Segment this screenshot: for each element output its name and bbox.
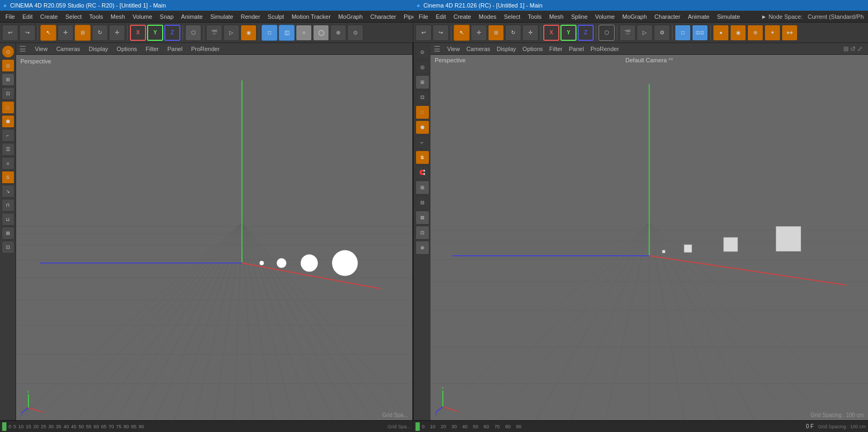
sidebar-btn-3[interactable]: ⊞	[2, 73, 14, 86]
mat1-btn-r[interactable]: ●	[713, 25, 729, 41]
sidebar-btn-14[interactable]: ⊠	[2, 227, 14, 240]
viewport-right[interactable]: ☰ View Cameras Display Options Filter Pa…	[431, 43, 868, 420]
obj2-btn[interactable]: ◫	[279, 25, 295, 41]
menu-render-l[interactable]: Render	[237, 12, 263, 21]
persp-btn-r[interactable]: ⬡	[599, 25, 615, 41]
menu-select-r[interactable]: Select	[501, 12, 524, 21]
sidebar-btn-15[interactable]: ⊡	[2, 241, 14, 254]
sidebar-btn-13[interactable]: ⊔	[2, 213, 14, 226]
sidebar-btn-1[interactable]: ⊙	[2, 45, 14, 58]
vp-options-l[interactable]: Options	[114, 45, 139, 53]
mat5-btn-r[interactable]: ◈◈	[782, 25, 798, 41]
menu-mesh-r[interactable]: Mesh	[546, 12, 567, 21]
vp-view-r[interactable]: View	[445, 45, 462, 53]
rotate-btn[interactable]: ↻	[92, 25, 108, 41]
render-region-btn[interactable]: ▷	[223, 25, 239, 41]
menu-file-r[interactable]: File	[415, 12, 432, 21]
menu-sculpt-l[interactable]: Sculpt	[265, 12, 288, 21]
sidebar-btn-2[interactable]: ◎	[2, 59, 14, 72]
rs-btn-4[interactable]: ⊡	[415, 90, 429, 104]
viewport-left[interactable]: ☰ View Cameras Display Options Filter Pa…	[16, 43, 413, 420]
viewport-canvas-left[interactable]	[16, 55, 412, 420]
undo-btn-r[interactable]: ↩	[415, 25, 432, 41]
vp-display-l[interactable]: Display	[86, 45, 110, 53]
rs-btn-6[interactable]: ⬟	[415, 120, 429, 134]
sidebar-btn-11[interactable]: ↘	[2, 185, 14, 198]
obj4-btn[interactable]: ◯	[313, 25, 329, 41]
vp-view-l[interactable]: View	[33, 45, 50, 53]
rs-btn-11[interactable]: ⊟	[415, 196, 429, 210]
obj5-btn[interactable]: ⊛	[330, 25, 346, 41]
vp-options-r[interactable]: Options	[520, 45, 545, 53]
sidebar-btn-7[interactable]: ⌐	[2, 129, 14, 142]
menu-character-r[interactable]: Character	[651, 12, 683, 21]
rs-btn-7[interactable]: ⌐	[415, 135, 429, 149]
vp-filter-l[interactable]: Filter	[143, 45, 161, 53]
menu-file-l[interactable]: File	[2, 12, 18, 21]
rotate-btn-r[interactable]: ↻	[505, 25, 521, 41]
rs-btn-8[interactable]: S	[415, 150, 429, 164]
scale-btn-r[interactable]: ⊞	[488, 25, 504, 41]
sidebar-btn-6[interactable]: ⬟	[2, 115, 14, 128]
menu-select-l[interactable]: Select	[62, 12, 85, 21]
menu-volume-r[interactable]: Volume	[592, 12, 618, 21]
menu-edit-l[interactable]: Edit	[19, 12, 36, 21]
vp-display-r[interactable]: Display	[494, 45, 518, 53]
vp-filter-r[interactable]: Filter	[547, 45, 564, 53]
rs-btn-10[interactable]: ⊞	[415, 181, 429, 195]
sidebar-btn-4[interactable]: ⊡	[2, 87, 14, 100]
vp-grid-btn[interactable]: ⊞	[843, 45, 849, 53]
film-btn[interactable]: 🎬	[206, 25, 222, 41]
viewport-menu-icon-r[interactable]: ☰	[434, 45, 441, 53]
view1-btn-r[interactable]: □	[675, 25, 691, 41]
transform-btn[interactable]: ✛	[109, 25, 125, 41]
menu-create-l[interactable]: Create	[37, 12, 61, 21]
rs-btn-5[interactable]: □	[415, 105, 429, 119]
sidebar-btn-12[interactable]: ⊓	[2, 199, 14, 212]
move-btn[interactable]: ✛	[57, 25, 74, 41]
rs-btn-13[interactable]: ⊡	[415, 226, 429, 240]
menu-modes-r[interactable]: Modes	[476, 12, 500, 21]
vp-refresh-btn[interactable]: ↺	[850, 45, 856, 53]
sidebar-btn-8[interactable]: ☰	[2, 143, 14, 156]
rs-btn-magnet[interactable]: 🧲	[415, 165, 429, 179]
rs-btn-14[interactable]: ⊗	[415, 241, 429, 255]
undo-btn[interactable]: ↩	[2, 25, 18, 41]
menu-character-l[interactable]: Character	[367, 12, 399, 21]
render-btn[interactable]: ◉	[240, 25, 257, 41]
menu-mograph-l[interactable]: MoGraph	[335, 12, 366, 21]
axis-y-btn-r[interactable]: Y	[560, 25, 577, 41]
menu-volume-l[interactable]: Volume	[129, 12, 156, 21]
vp-cameras-r[interactable]: Cameras	[464, 45, 493, 53]
view2-btn-r[interactable]: ◫◫	[692, 25, 708, 41]
rs-btn-12[interactable]: ⊠	[415, 211, 429, 225]
menu-spline-r[interactable]: Spline	[568, 12, 591, 21]
redo-btn-r[interactable]: ↪	[433, 25, 449, 41]
obj6-btn[interactable]: ⊙	[347, 25, 363, 41]
sidebar-btn-9[interactable]: ⌾	[2, 157, 14, 170]
vp-panel-r[interactable]: Panel	[567, 45, 586, 53]
rs-btn-2[interactable]: ◎	[415, 60, 429, 74]
select-btn-r[interactable]: ↖	[454, 25, 470, 41]
menu-tools-l[interactable]: Tools	[86, 12, 106, 21]
settings-btn-r[interactable]: ⚙	[654, 25, 670, 41]
redo-btn[interactable]: ↪	[19, 25, 35, 41]
render-region-btn-r[interactable]: ▷	[637, 25, 653, 41]
object-mode-btn[interactable]: ⬡	[185, 25, 201, 41]
rs-btn-1[interactable]: ⊙	[415, 45, 429, 59]
obj3-btn[interactable]: ○	[296, 25, 312, 41]
rs-btn-3[interactable]: ⊞	[415, 75, 429, 89]
menu-mesh-l[interactable]: Mesh	[107, 12, 128, 21]
menu-edit-r[interactable]: Edit	[433, 12, 449, 21]
viewport-canvas-right[interactable]	[431, 55, 868, 420]
sidebar-btn-5[interactable]: □	[2, 101, 14, 114]
vp-panel-l[interactable]: Panel	[165, 45, 185, 53]
menu-animate-l[interactable]: Animate	[178, 12, 206, 21]
axis-z-btn-r[interactable]: Z	[578, 25, 594, 41]
axis-x-btn-r[interactable]: X	[543, 25, 559, 41]
menu-mograph-r[interactable]: MoGraph	[619, 12, 650, 21]
film-btn-r[interactable]: 🎬	[619, 25, 636, 41]
vp-expand-btn[interactable]: ⤢	[857, 45, 863, 53]
vp-prorender-l[interactable]: ProRender	[189, 45, 222, 53]
viewport-menu-icon-l[interactable]: ☰	[19, 45, 26, 53]
